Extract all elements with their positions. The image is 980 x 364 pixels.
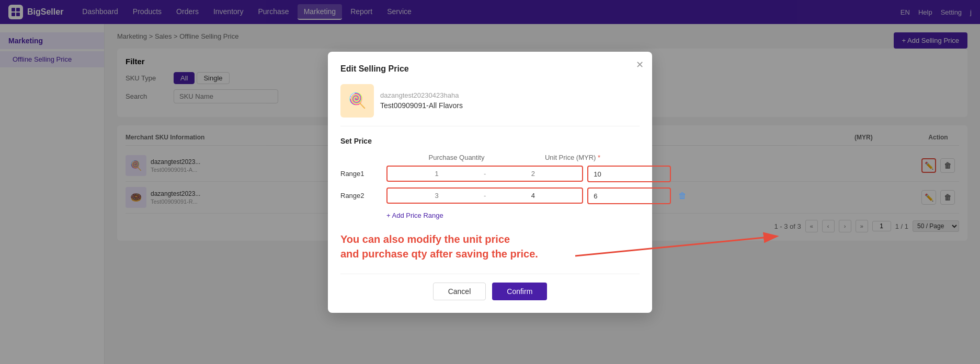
modal-footer: Cancel Confirm (340, 274, 640, 300)
modal-product-seller-name: dazangtest20230423haha (380, 91, 463, 99)
range1-inputs: - (386, 166, 583, 182)
range1-from-input[interactable] (393, 170, 481, 178)
purchase-qty-header: Purchase Quantity (386, 154, 527, 161)
modal-product-sku: Test00909091-All Flavors (380, 101, 463, 110)
range1-to-input[interactable] (489, 170, 577, 178)
modal-product-info: 🍭 dazangtest20230423haha Test00909091-Al… (340, 84, 640, 126)
modal-product-thumbnail: 🍭 (340, 84, 374, 118)
annotation-text: You can also modify the unit priceand pu… (340, 232, 640, 261)
price-row-2: Range2 - 🗑 (340, 187, 640, 204)
action-col-empty (619, 154, 640, 161)
range1-dash: - (484, 170, 486, 178)
set-price-title: Set Price (340, 137, 640, 145)
range2-from-input[interactable] (393, 192, 481, 199)
range1-label: Range1 (340, 170, 382, 178)
range1-price-input[interactable] (594, 170, 665, 178)
range2-dash: - (484, 192, 486, 199)
confirm-button[interactable]: Confirm (492, 283, 547, 300)
unit-price-header: Unit Price (MYR) * (531, 154, 614, 161)
range2-label: Range2 (340, 192, 382, 199)
range2-delete-button[interactable]: 🗑 (675, 189, 690, 203)
modal-overlay: ✕ Edit Selling Price 🍭 dazangtest2023042… (0, 0, 980, 364)
add-price-range-link[interactable]: + Add Price Range (386, 212, 443, 219)
price-row-1: Range1 - (340, 166, 640, 182)
modal-title: Edit Selling Price (340, 64, 640, 74)
range2-price-input[interactable] (594, 192, 665, 200)
range2-to-input[interactable] (489, 192, 577, 199)
edit-selling-price-modal: ✕ Edit Selling Price 🍭 dazangtest2023042… (328, 52, 652, 313)
price-table-header: Purchase Quantity Unit Price (MYR) * (340, 154, 640, 161)
required-marker: * (598, 154, 600, 161)
modal-product-details: dazangtest20230423haha Test00909091-All … (380, 91, 463, 110)
range2-price-wrap (587, 187, 671, 204)
range-col-empty (340, 154, 382, 161)
modal-close-button[interactable]: ✕ (636, 60, 644, 69)
range1-price-wrap (587, 166, 671, 182)
range2-inputs: - (386, 187, 583, 204)
price-table: Purchase Quantity Unit Price (MYR) * Ran… (340, 154, 640, 204)
cancel-button[interactable]: Cancel (433, 283, 486, 300)
